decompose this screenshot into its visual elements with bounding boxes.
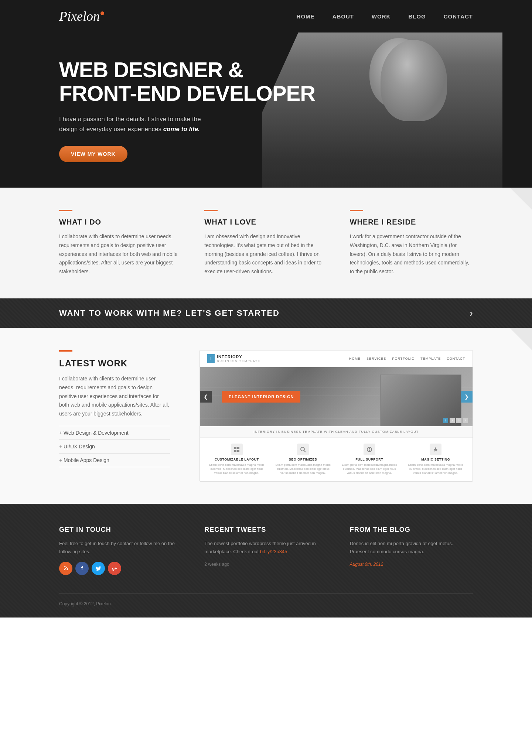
feature-text-4: Etiam porta sem malesuada magna mollis e… bbox=[406, 463, 466, 475]
portfolio-feature-3: FULL SUPPORT Etiam porta sem malesuada m… bbox=[340, 444, 399, 475]
info-heading-1: WHAT I DO bbox=[59, 218, 182, 226]
hero-section: WEB DESIGNER & FRONT-END DEVELOPER I hav… bbox=[0, 33, 532, 188]
footer-contact-body: Feel free to get in touch by contact or … bbox=[59, 540, 182, 556]
info-heading-3: WHERE I RESIDE bbox=[350, 218, 473, 226]
support-icon bbox=[364, 444, 375, 455]
cta-banner[interactable]: WANT TO WORK WITH ME? LET'S GET STARTED … bbox=[0, 298, 532, 328]
footer-blog-body: Donec id elit non mi porta gravida at eg… bbox=[350, 540, 473, 556]
footer-contact-heading: GET IN TOUCH bbox=[59, 526, 182, 534]
portfolio-nav-portfolio[interactable]: PORTFOLIO bbox=[392, 357, 415, 360]
cta-arrow-icon: › bbox=[470, 307, 473, 319]
feature-text-2: Etiam porta sem malesuada magna mollis e… bbox=[274, 463, 333, 475]
cta-banner-text: WANT TO WORK WITH ME? LET'S GET STARTED bbox=[59, 308, 280, 318]
logo[interactable]: Pixelon bbox=[59, 8, 104, 24]
section-corner-decoration bbox=[510, 188, 532, 210]
hero-subtitle: I have a passion for the details. I stri… bbox=[59, 114, 214, 134]
hero-subtitle-em: come to life. bbox=[163, 126, 200, 133]
dot-3[interactable]: 3 bbox=[456, 418, 461, 423]
site-header: Pixelon HOME ABOUT WORK BLOG CONTACT bbox=[0, 0, 532, 33]
footer-tweet-text: The newest portfolio wordpress theme jus… bbox=[204, 540, 327, 556]
svg-rect-1 bbox=[237, 447, 239, 449]
info-heading-2: WHAT I LOVE bbox=[204, 218, 327, 226]
divider-1 bbox=[59, 210, 72, 211]
work-divider bbox=[59, 350, 72, 352]
tweet-link[interactable]: bit.ly/23u345 bbox=[260, 549, 287, 554]
view-work-button[interactable]: VIEW MY WORK bbox=[59, 146, 127, 162]
elegant-badge: ELEGANT INTERIOR DESIGN bbox=[222, 391, 300, 403]
divider-3 bbox=[350, 210, 363, 211]
svg-line-5 bbox=[304, 451, 306, 452]
portfolio-logo-name: INTERIORY bbox=[217, 355, 260, 359]
feature-title-1: CUSTOMIZABLE LAYOUT bbox=[207, 458, 266, 461]
feature-text-3: Etiam porta sem malesuada magna mollis e… bbox=[340, 463, 399, 475]
portfolio-hero-image: ❮ ELEGANT INTERIOR DESIGN 1 2 3 4 ❯ bbox=[200, 367, 473, 426]
portfolio-logo-icon: I bbox=[207, 354, 215, 363]
portfolio-features: CUSTOMIZABLE LAYOUT Etiam porta sem male… bbox=[200, 438, 473, 481]
customizable-icon bbox=[231, 444, 243, 455]
portfolio-nav-services[interactable]: SERVICES bbox=[366, 357, 386, 360]
portfolio-description: INTERIORY IS BUSINESS TEMPLATE WITH CLEA… bbox=[200, 426, 473, 438]
portfolio-feature-1: CUSTOMIZABLE LAYOUT Etiam porta sem male… bbox=[207, 444, 266, 475]
portfolio-dots: 1 2 3 4 bbox=[443, 418, 468, 423]
portfolio-logo-text-group: INTERIORY BUSINESS TEMPLATE bbox=[217, 355, 260, 363]
info-col-what-i-love: WHAT I LOVE I am obsessed with design an… bbox=[204, 210, 327, 276]
hero-title-line1: WEB DESIGNER & bbox=[59, 58, 243, 82]
main-nav: HOME ABOUT WORK BLOG CONTACT bbox=[297, 13, 473, 20]
footer-grid: GET IN TOUCH Feel free to get in touch b… bbox=[59, 526, 473, 575]
nav-contact[interactable]: CONTACT bbox=[444, 13, 473, 20]
work-list-item-3: Mobile Apps Design bbox=[59, 454, 170, 467]
social-facebook-button[interactable]: f bbox=[75, 562, 89, 575]
feature-text-1: Etiam porta sem malesuada magna mollis e… bbox=[207, 463, 266, 475]
portfolio-next-button[interactable]: ❯ bbox=[461, 391, 473, 403]
work-list: Web Design & Development UI/UX Design Mo… bbox=[59, 426, 170, 467]
portfolio-logo: I INTERIORY BUSINESS TEMPLATE bbox=[207, 354, 260, 363]
tweet-time: 2 weeks ago bbox=[204, 562, 327, 567]
nav-work[interactable]: WORK bbox=[372, 13, 391, 20]
feature-title-4: MAGIC SETTING bbox=[406, 458, 466, 461]
footer-col-tweets: RECENT TWEETS The newest portfolio wordp… bbox=[204, 526, 327, 575]
svg-point-4 bbox=[301, 447, 304, 451]
portfolio-nav-contact[interactable]: CONTACT bbox=[447, 357, 465, 360]
blog-date: August 6th, 2012 bbox=[350, 562, 473, 567]
info-body-1: I collaborate with clients to determine … bbox=[59, 232, 182, 276]
work-heading: LATEST WORK bbox=[59, 358, 170, 369]
footer-blog-heading: FROM THE BLOG bbox=[350, 526, 473, 534]
portfolio-nav-home[interactable]: HOME bbox=[349, 357, 361, 360]
info-body-2: I am obsessed with design and innovative… bbox=[204, 232, 327, 276]
info-body-3: I work for a government contractor outsi… bbox=[350, 232, 473, 276]
divider-2 bbox=[204, 210, 218, 211]
nav-blog[interactable]: BLOG bbox=[408, 13, 426, 20]
nav-about[interactable]: ABOUT bbox=[332, 13, 354, 20]
googleplus-icon: g+ bbox=[112, 566, 117, 571]
work-list-item-1: Web Design & Development bbox=[59, 426, 170, 440]
footer-col-blog: FROM THE BLOG Donec id elit non mi porta… bbox=[350, 526, 473, 575]
social-rss-button[interactable] bbox=[59, 562, 72, 575]
portfolio-feature-2: SEO OPTIMIZED Etiam porta sem malesuada … bbox=[274, 444, 333, 475]
svg-rect-0 bbox=[234, 447, 236, 449]
dot-4[interactable]: 4 bbox=[463, 418, 468, 423]
logo-dot bbox=[100, 11, 104, 15]
hero-title-line2: FRONT-END DEVELOPER bbox=[59, 81, 315, 105]
svg-marker-9 bbox=[433, 447, 438, 452]
svg-point-8 bbox=[369, 450, 370, 451]
feature-title-3: FULL SUPPORT bbox=[340, 458, 399, 461]
portfolio-frame: I INTERIORY BUSINESS TEMPLATE HOME SERVI… bbox=[200, 350, 473, 482]
hero-content: WEB DESIGNER & FRONT-END DEVELOPER I hav… bbox=[59, 58, 315, 162]
seo-icon bbox=[297, 444, 309, 455]
footer-copyright: Copyright © 2012, Pixelon. bbox=[59, 593, 473, 606]
dot-1[interactable]: 1 bbox=[443, 418, 448, 423]
portfolio-inner-header: I INTERIORY BUSINESS TEMPLATE HOME SERVI… bbox=[200, 350, 473, 367]
portfolio-nav-template[interactable]: TEMPLATE bbox=[420, 357, 441, 360]
social-googleplus-button[interactable]: g+ bbox=[108, 562, 121, 575]
nav-home[interactable]: HOME bbox=[297, 13, 315, 20]
person-head bbox=[369, 38, 429, 108]
dot-2[interactable]: 2 bbox=[450, 418, 455, 423]
portfolio-feature-4: MAGIC SETTING Etiam porta sem malesuada … bbox=[406, 444, 466, 475]
social-twitter-button[interactable] bbox=[92, 562, 105, 575]
info-col-what-i-do: WHAT I DO I collaborate with clients to … bbox=[59, 210, 182, 276]
work-portfolio-panel: I INTERIORY BUSINESS TEMPLATE HOME SERVI… bbox=[200, 350, 473, 482]
facebook-icon: f bbox=[81, 565, 83, 571]
work-left-panel: LATEST WORK I collaborate with clients t… bbox=[59, 350, 170, 467]
footer-tweets-heading: RECENT TWEETS bbox=[204, 526, 327, 534]
portfolio-prev-button[interactable]: ❮ bbox=[200, 391, 212, 403]
